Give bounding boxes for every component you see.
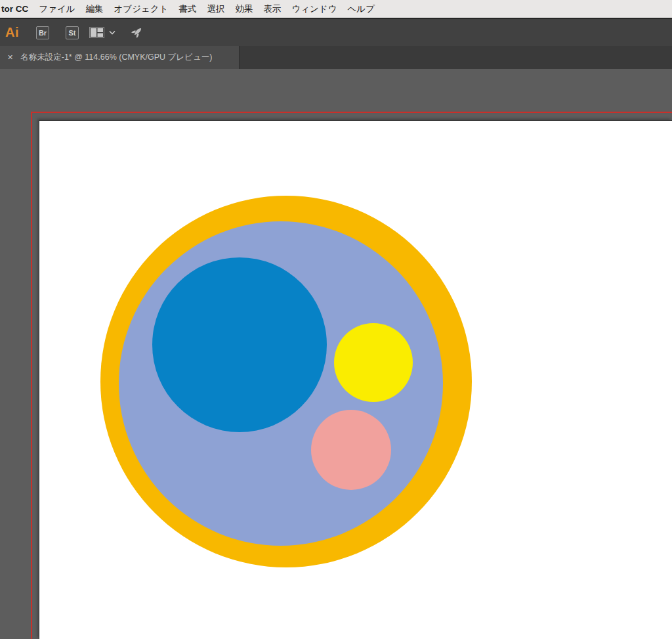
small-yellow-circle[interactable] (334, 323, 413, 402)
close-tab-icon[interactable]: ✕ (7, 54, 13, 61)
app-toolbar: Ai Br St (0, 18, 672, 46)
document-tab-title: 名称未設定-1* @ 114.66% (CMYK/GPU プレビュー) (20, 52, 212, 63)
tab-strip: ✕ 名称未設定-1* @ 114.66% (CMYK/GPU プレビュー) (0, 46, 672, 69)
menu-file[interactable]: ファイル (39, 3, 75, 15)
menu-app-name[interactable]: tor CC (1, 4, 28, 14)
large-blue-circle[interactable] (152, 257, 327, 432)
menu-window[interactable]: ウィンドウ (291, 3, 337, 15)
artboard[interactable] (39, 120, 672, 639)
arrange-documents-button[interactable] (89, 27, 116, 38)
chevron-down-icon (109, 30, 116, 35)
small-pink-circle[interactable] (311, 410, 391, 490)
menu-effect[interactable]: 効果 (235, 3, 253, 15)
document-tab[interactable]: ✕ 名称未設定-1* @ 114.66% (CMYK/GPU プレビュー) (0, 46, 240, 69)
menu-select[interactable]: 選択 (207, 3, 224, 15)
menu-edit[interactable]: 編集 (86, 3, 104, 15)
artwork-svg (39, 121, 672, 639)
menu-type[interactable]: 書式 (178, 3, 196, 15)
illustrator-window: tor CC ファイル 編集 オブジェクト 書式 選択 効果 表示 ウィンドウ … (0, 0, 672, 639)
stock-button[interactable]: St (66, 26, 79, 39)
bridge-button[interactable]: Br (36, 26, 49, 39)
rocket-icon (129, 25, 144, 41)
canvas[interactable] (0, 69, 672, 639)
menu-view[interactable]: 表示 (263, 3, 281, 15)
menubar: tor CC ファイル 編集 オブジェクト 書式 選択 効果 表示 ウィンドウ … (0, 0, 672, 18)
gpu-performance-button[interactable] (129, 25, 144, 41)
menu-object[interactable]: オブジェクト (114, 3, 169, 15)
illustrator-logo: Ai (5, 25, 19, 40)
menu-help[interactable]: ヘルプ (348, 3, 375, 15)
arrange-documents-icon (89, 27, 104, 38)
